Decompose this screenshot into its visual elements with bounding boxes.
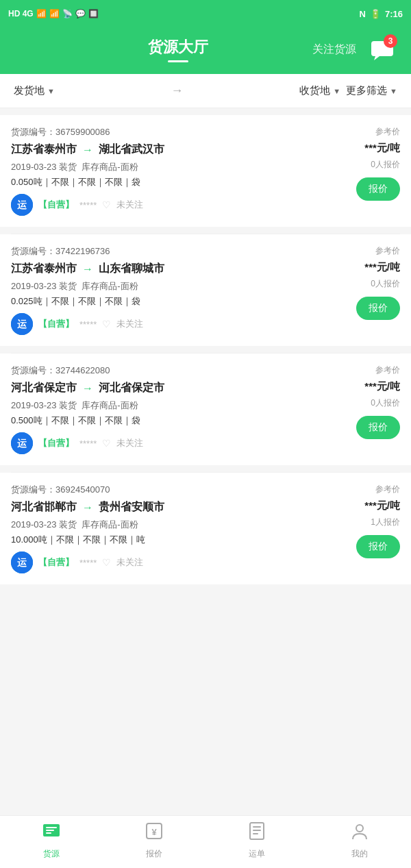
heart-icon: ♡ [102, 199, 111, 210]
svg-rect-12 [46, 832, 51, 834]
quote-nav-icon: ¥ [145, 821, 164, 845]
card-left: 货源编号：32744622080 河北省保定市 → 河北省保定市 2019-03… [11, 364, 316, 454]
ref-price-label: 参考价 [375, 484, 400, 495]
mine-nav-icon [350, 821, 369, 845]
card-left: 货源编号：37422196736 江苏省泰州市 → 山东省聊城市 2019-03… [11, 245, 316, 335]
from-city: 河北省邯郸市 [11, 500, 77, 514]
nav-item-waybill[interactable]: 运单 [206, 821, 308, 860]
self-op-tag: 【自营】 [38, 437, 74, 449]
nav-item-freight[interactable]: 货源 [0, 821, 103, 860]
follow-button[interactable]: 未关注 [116, 556, 143, 569]
bidder-count: 0人报价 [371, 397, 400, 409]
filter-bar: 发货地 ▼ → 收货地 ▼ 更多筛选 ▼ [0, 74, 411, 108]
bottom-nav: 货源 ¥ 报价 运单 我的 [0, 815, 411, 868]
svg-rect-16 [253, 826, 261, 828]
nav-label-freight: 货源 [43, 848, 60, 860]
svg-point-19 [356, 825, 363, 832]
status-bar: HD 4G 📶 📶 📡 💬 🔲 N 🔋 7:16 [0, 0, 411, 27]
route-row: 河北省邯郸市 → 贵州省安顺市 [11, 500, 316, 514]
card-date-category: 2019-03-23 装货 库存商品-面粉 [11, 519, 316, 531]
card-date: 2019-03-23 装货 [11, 519, 77, 530]
time-display: 7:16 [385, 9, 403, 19]
svg-text:运: 运 [17, 319, 27, 330]
bottom-spacer [0, 598, 411, 680]
origin-arrow-icon: ▼ [47, 87, 55, 95]
quote-button[interactable]: 报价 [356, 416, 400, 439]
self-op-tag: 【自营】 [38, 199, 74, 211]
nav-label-mine: 我的 [351, 848, 368, 860]
card-right: 参考价 ***元/吨 1人报价 报价 [325, 484, 400, 573]
svg-text:运: 运 [17, 557, 27, 568]
route-arrow-icon: → [82, 501, 93, 514]
heart-icon: ♡ [102, 557, 111, 568]
quote-button[interactable]: 报价 [356, 177, 400, 201]
card-left: 货源编号：36924540070 河北省邯郸市 → 贵州省安顺市 2019-03… [11, 484, 316, 573]
card-category: 库存商品-面粉 [82, 519, 138, 530]
card-weight: 0.050吨｜不限｜不限｜不限｜袋 [11, 176, 316, 188]
svg-rect-10 [46, 827, 57, 828]
ref-price-value: ***元/吨 [364, 499, 400, 512]
stars: ***** [79, 558, 97, 568]
route-arrow-icon: → [82, 263, 93, 275]
ref-price-label: 参考价 [375, 245, 400, 257]
freight-card: 货源编号：32744622080 河北省保定市 → 河北省保定市 2019-03… [0, 354, 411, 465]
bidder-count: 1人报价 [371, 517, 400, 528]
follow-button[interactable]: 未关注 [116, 437, 143, 449]
chat-button[interactable]: 3 [367, 34, 397, 64]
stars: ***** [79, 200, 97, 210]
bidder-count: 0人报价 [371, 278, 400, 290]
quote-button[interactable]: 报价 [356, 297, 400, 320]
svg-text:¥: ¥ [151, 827, 157, 837]
quote-button[interactable]: 报价 [356, 535, 400, 558]
heart-icon: ♡ [102, 438, 111, 449]
nav-item-quote[interactable]: ¥ 报价 [103, 821, 206, 860]
status-left: HD 4G 📶 📶 📡 💬 🔲 [8, 9, 99, 18]
follow-button[interactable]: 未关注 [116, 199, 143, 211]
card-weight: 0.025吨｜不限｜不限｜不限｜袋 [11, 295, 316, 308]
svg-rect-17 [253, 830, 261, 831]
route-row: 江苏省泰州市 → 山东省聊城市 [11, 262, 316, 276]
signal-icon: 📶 [36, 9, 47, 18]
destination-filter[interactable]: 收货地 ▼ [299, 84, 340, 97]
signal-icon2: 📶 [49, 9, 60, 18]
title-underline [168, 60, 188, 62]
logo-icon: 运 [11, 313, 33, 335]
ref-price-label: 参考价 [375, 126, 400, 138]
destination-label: 收货地 [299, 84, 330, 97]
svg-rect-18 [253, 833, 258, 834]
to-city: 湖北省武汉市 [99, 142, 164, 157]
card-date-category: 2019-03-23 装货 库存商品-面粉 [11, 399, 316, 412]
more-filter-arrow-icon: ▼ [390, 87, 397, 95]
waybill-nav-icon [247, 821, 266, 845]
follow-source-link[interactable]: 关注货源 [312, 42, 356, 57]
card-right: 参考价 ***元/吨 0人报价 报价 [325, 126, 400, 216]
freight-card: 货源编号：36759900086 江苏省泰州市 → 湖北省武汉市 2019-03… [0, 115, 411, 227]
wifi-icon: 📡 [62, 9, 73, 18]
from-city: 江苏省泰州市 [11, 262, 77, 276]
status-right: N 🔋 7:16 [360, 9, 403, 19]
destination-arrow-icon: ▼ [333, 87, 340, 95]
from-city: 江苏省泰州市 [11, 142, 77, 157]
to-city: 山东省聊城市 [99, 262, 164, 276]
follow-button[interactable]: 未关注 [116, 318, 143, 330]
card-category: 库存商品-面粉 [82, 281, 138, 291]
ref-price-label: 参考价 [375, 364, 400, 376]
message-icon: 💬 [75, 9, 86, 18]
card-number: 货源编号：36924540070 [11, 484, 316, 496]
company-logo: 运 [11, 551, 33, 573]
nav-item-mine[interactable]: 我的 [308, 821, 411, 860]
card-category: 库存商品-面粉 [82, 162, 138, 172]
card-number: 货源编号：37422196736 [11, 245, 316, 258]
svg-text:运: 运 [17, 199, 27, 210]
ref-price-value: ***元/吨 [364, 142, 400, 155]
mine-icon [350, 821, 369, 841]
more-filter[interactable]: 更多筛选 ▼ [346, 84, 397, 97]
chat-badge: 3 [384, 34, 397, 48]
stars: ***** [79, 438, 97, 449]
battery-icon: 🔋 [370, 9, 381, 19]
card-date: 2019-03-23 装货 [11, 400, 77, 410]
origin-filter[interactable]: 发货地 ▼ [14, 84, 55, 97]
svg-rect-11 [46, 830, 54, 831]
freight-card: 货源编号：37422196736 江苏省泰州市 → 山东省聊城市 2019-03… [0, 234, 411, 346]
waybill-icon [247, 821, 266, 841]
